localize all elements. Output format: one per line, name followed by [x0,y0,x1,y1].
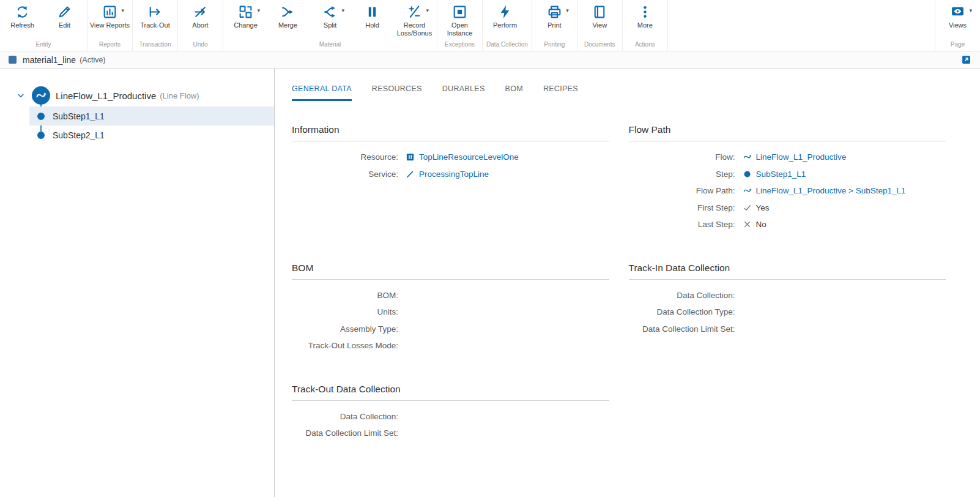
field-label: Data Collection: [292,412,406,421]
section-track-out-dc: Track-Out Data CollectionData Collection… [292,384,609,442]
tab-general-data[interactable]: GENERAL DATA [292,84,352,101]
toolbar-group-undo: AbortUndo [178,0,223,51]
tab-recipes[interactable]: RECIPES [543,84,578,101]
toolbar-button-label: Track-Out [140,21,170,29]
toolbar-group-label: Entity [1,39,86,51]
toolbar-group-data-collection: PerformData Collection [483,0,532,51]
toolbar-button-open-instance[interactable]: Open Instance [439,0,481,39]
cross-icon [743,220,752,229]
field-value[interactable]: ProcessingTopLine [406,170,489,179]
toolbar-button-view-reports[interactable]: ▾View Reports [89,0,131,39]
field-value[interactable]: LineFlow_L1_Productive > SubStep1_L1 [743,186,906,195]
tree-root-line-flow[interactable]: LineFlow_L1_Productive(Line Flow) [0,84,274,106]
toolbar-button-label: View [592,21,607,29]
field-value-text: LineFlow_L1_Productive > SubStep1_L1 [756,186,906,195]
field-value[interactable]: TopLineResourceLevelOne [406,152,519,162]
field-label: Flow: [629,152,743,162]
field-label: Flow Path: [629,186,743,195]
tree-item-substep1-l1[interactable]: SubStep1_L1 [29,106,274,125]
field-first-step: First Step:Yes [629,200,946,217]
toolbar-groups: RefreshEditEntity▾View ReportsReportsTra… [0,0,668,51]
tree-root-suffix: (Line Flow) [160,91,199,100]
main-panel: GENERAL DATARESOURCESDURABLESBOMRECIPES … [275,69,980,497]
tab-bom[interactable]: BOM [505,84,523,101]
toolbar-button-label: Edit [59,21,70,29]
field-label: Data Collection Limit Set: [629,324,743,334]
toolbar-group-reports: ▾View ReportsReports [87,0,133,51]
tab-resources[interactable]: RESOURCES [372,84,422,101]
toolbar-button-print[interactable]: ▾Print [533,0,576,39]
flow-icon [743,152,752,162]
edit-icon [57,4,72,20]
toolbar-button-track-out[interactable]: Track-Out [134,0,176,39]
entity-type-icon [9,56,17,64]
field-data-collection-type: Data Collection Type: [629,304,946,321]
dropdown-caret-icon: ▾ [426,8,429,13]
chevron-down-icon[interactable] [16,91,26,100]
toolbar-button-label: View Reports [90,21,130,29]
toolbar-button-label: Open Instance [439,21,481,37]
reports-icon: ▾ [102,4,117,20]
field-units: Units: [292,304,609,321]
toolbar-button-perform[interactable]: Perform [484,0,526,39]
field-label: Assembly Type: [292,324,406,334]
popout-panel-icon[interactable] [961,54,971,65]
entity-status: (Active) [80,56,105,64]
views-icon: ▾ [950,4,965,20]
field-bom: BOM: [292,287,609,304]
toolbar-group-label: Actions [624,39,666,51]
field-value[interactable]: SubStep1_L1 [743,170,806,179]
section-title: BOM [292,263,609,280]
field-data-collection: Data Collection: [629,287,946,304]
toolbar-group-label: Reports [89,39,131,51]
dropdown-caret-icon: ▾ [257,8,260,13]
field-label: Data Collection Limit Set: [292,428,406,438]
toolbar-group-label: Exceptions [439,39,481,51]
field-flow-path: Flow Path:LineFlow_L1_Productive > SubSt… [629,182,946,200]
toolbar-button-label: Change [234,21,258,29]
toolbar-button-more[interactable]: More [624,0,666,39]
field-label: Resource: [292,152,406,162]
track-out-icon [147,4,163,20]
tab-durables[interactable]: DURABLES [442,84,485,101]
toolbar-button-hold[interactable]: Hold [351,0,393,39]
toolbar-button-label: Views [949,21,967,29]
dropdown-caret-icon: ▾ [969,8,972,13]
view-icon [592,4,607,20]
toolbar-button-label: Merge [278,21,297,29]
field-value-text: LineFlow_L1_Productive [756,152,847,162]
field-value[interactable]: LineFlow_L1_Productive [743,152,847,162]
field-label: Track-Out Losses Mode: [292,341,406,350]
tree-item-substep2-l1[interactable]: SubStep2_L1 [29,125,274,144]
toolbar: RefreshEditEntity▾View ReportsReportsTra… [0,0,980,51]
toolbar-button-views[interactable]: ▾Views [937,0,979,39]
toolbar-button-split[interactable]: ▾Split [309,0,351,39]
toolbar-button-record-loss-bonus[interactable]: ▾Record Loss/Bonus [393,0,436,39]
record-loss-bonus-icon: ▾ [407,4,422,20]
toolbar-button-label: Split [324,21,336,29]
open-instance-icon [452,4,467,20]
toolbar-button-change[interactable]: ▾Change [225,0,267,39]
toolbar-group-documents: ViewDocuments [577,0,623,51]
field-label: Step: [629,170,743,179]
field-label: Last Step: [629,220,743,229]
toolbar-group-entity: RefreshEditEntity [0,0,87,51]
print-icon: ▾ [547,4,562,20]
refresh-icon [15,4,30,20]
field-value-text: Yes [756,203,770,212]
section-track-in-dc: Track-In Data CollectionData Collection:… [629,263,946,338]
toolbar-group-transaction: Track-OutTransaction [133,0,178,51]
entity-header-bar: material1_line (Active) [0,51,980,69]
toolbar-button-merge[interactable]: Merge [267,0,309,39]
toolbar-button-view[interactable]: View [579,0,621,39]
field-label: Units: [292,307,406,316]
toolbar-button-label: More [637,21,653,29]
toolbar-button-refresh[interactable]: Refresh [1,0,43,39]
perform-icon [497,4,513,20]
toolbar-button-edit[interactable]: Edit [43,0,86,39]
dropdown-caret-icon: ▾ [566,8,569,13]
toolbar-spacer [668,0,935,51]
step-icon [37,113,45,120]
toolbar-button-label: Perform [493,21,517,29]
toolbar-button-abort[interactable]: Abort [179,0,221,39]
